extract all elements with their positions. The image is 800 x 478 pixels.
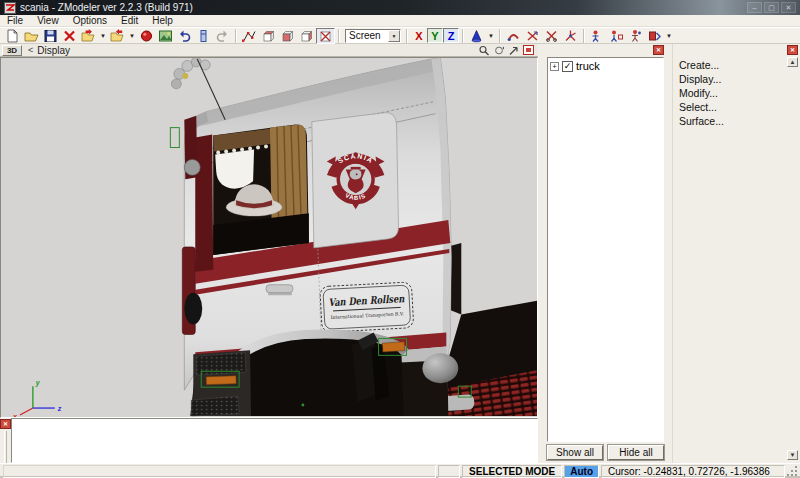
scroll-down-icon[interactable]: ▼ [787,450,798,460]
viewport-collapse-glyph[interactable]: < [28,45,33,55]
delete-icon[interactable] [60,28,79,44]
toolbar-separator [462,29,464,43]
scale-tool-icon[interactable] [542,28,561,44]
window-controls: – ▢ ✕ [747,2,796,13]
log-panel-close-icon[interactable]: ✕ [0,419,11,429]
import-icon[interactable] [108,28,127,44]
command-display[interactable]: Display... [679,72,784,86]
redo-icon-disabled [213,28,232,44]
axis-y-button[interactable]: Y [427,28,443,43]
window-title: scania - ZModeler ver 2.2.3 (Build 971) [20,2,193,13]
combobox-caret-icon[interactable]: ▼ [388,30,400,42]
gizmo-cone-icon[interactable] [467,28,486,44]
texture-icon[interactable] [156,28,175,44]
status-auto-segment[interactable]: Auto [564,465,599,478]
fuel-tank [422,353,458,383]
undo-icon[interactable] [175,28,194,44]
log-output-area[interactable] [11,418,538,463]
import-dropdown-caret[interactable]: ▼ [127,28,137,44]
zmodeler-window: { "window": { "title": "scania - ZModele… [0,0,800,478]
select-bone-icon[interactable] [626,28,645,44]
viewport-display-menu[interactable]: Display [37,45,70,56]
log-panel: ✕ [0,418,538,463]
menu-bar: File View Options Edit Help [0,15,800,27]
hierarchy-buttons: Show all Hide all [547,445,664,460]
sliding-window: SCANIA VABIS [312,113,399,248]
command-panel-header: ✕ [673,44,800,56]
command-modify[interactable]: Modify... [679,86,784,100]
log-panel-gutter: ✕ [0,418,11,463]
hide-all-button[interactable]: Hide all [608,445,664,460]
export-icon[interactable] [79,28,98,44]
viewport-splitter[interactable] [538,44,545,463]
viewport-mode-button[interactable]: 3D [2,45,22,56]
orbit-icon[interactable] [493,45,505,56]
snap-tool-icon[interactable] [561,28,580,44]
status-empty-segment [3,465,436,478]
hierarchy-close-icon[interactable]: ✕ [653,45,664,55]
toolbar-separator [583,29,585,43]
gizmo-dropdown-caret[interactable]: ▼ [486,28,496,44]
select-dropdown-caret[interactable]: ▼ [664,28,674,44]
tree-expand-icon[interactable]: + [550,62,559,71]
door-handle [266,285,293,295]
new-file-icon[interactable] [3,28,22,44]
show-all-button[interactable]: Show all [547,445,603,460]
company-plaque: Van Den Rollsen Internationaal Transport… [320,282,414,332]
command-panel-close-icon[interactable]: ✕ [787,45,798,55]
view-cube-front-icon[interactable] [259,28,278,44]
axis-x-button[interactable]: X [411,28,427,43]
open-file-icon[interactable] [22,28,41,44]
side-marker-light-left [206,376,236,385]
status-mode-text: SELECTED MODE [469,466,555,477]
axis-z-button[interactable]: Z [443,28,459,43]
save-file-icon[interactable] [41,28,60,44]
vertex-tool-icon[interactable] [240,28,259,44]
status-cursor-segment: Cursor: -0.24831, 0.72726, -1.96386 [601,465,785,478]
hierarchy-tree[interactable]: + ✓ truck [547,57,664,442]
app-icon [4,2,16,14]
hierarchy-panel: ✕ + ✓ truck Show all Hide all [545,44,666,463]
resize-grip[interactable] [785,465,799,478]
tree-item-truck[interactable]: + ✓ truck [550,60,661,72]
view-cube-top-icon[interactable] [297,28,316,44]
tree-checkbox[interactable]: ✓ [562,61,573,72]
menu-options[interactable]: Options [66,15,114,27]
log-panel-splitter[interactable] [4,431,7,463]
select-group-icon[interactable] [607,28,626,44]
close-button[interactable]: ✕ [781,2,796,13]
command-select[interactable]: Select... [679,100,784,114]
rotate-tool-icon[interactable] [504,28,523,44]
zoom-icon[interactable] [478,45,490,56]
minimize-button[interactable]: – [747,2,762,13]
maximize-button[interactable]: ▢ [764,2,779,13]
viewport-3d-scene: SCANIA VABIS Van D [1,58,537,417]
move-tool-icon[interactable] [523,28,542,44]
status-bar: SELECTED MODE Auto Cursor: -0.24831, 0.7… [0,463,800,478]
menu-file[interactable]: File [0,15,30,27]
menu-edit[interactable]: Edit [114,15,145,27]
menu-view[interactable]: View [30,15,66,27]
viewport-tools [478,45,534,56]
status-auto-badge[interactable]: Auto [565,466,598,477]
main-toolbar: ▼ ▼ Screen ▼ X Y Z ▼ ▼ [0,27,800,44]
view-disable-icon[interactable] [316,28,335,44]
cab-steps [191,350,251,416]
view-cube-side-icon[interactable] [278,28,297,44]
select-mode-icon[interactable] [645,28,664,44]
tree-item-label: truck [576,60,600,72]
command-surface[interactable]: Surface... [679,114,784,128]
select-object-icon[interactable] [588,28,607,44]
side-panel-icon[interactable] [194,28,213,44]
maximize-view-icon[interactable] [508,45,520,56]
command-create[interactable]: Create... [679,58,784,72]
menu-help[interactable]: Help [145,15,180,27]
lower-mirror [184,293,202,325]
viewport-close-icon[interactable] [523,45,534,55]
viewport-3d-canvas[interactable]: SCANIA VABIS Van D [0,57,538,418]
command-list: Create... Display... Modify... Select...… [679,58,784,128]
render-sphere-icon[interactable] [137,28,156,44]
export-dropdown-caret[interactable]: ▼ [98,28,108,44]
scroll-up-icon[interactable]: ▲ [787,57,798,67]
screen-combobox[interactable]: Screen ▼ [345,29,401,43]
